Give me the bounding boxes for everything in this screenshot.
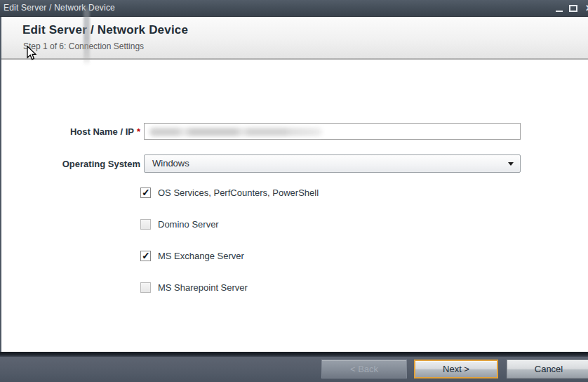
checkbox-ms-sharepoint-server[interactable]: ✓ MS Sharepoint Server (140, 281, 248, 294)
window-titlebar[interactable]: Edit Server / Network Device ✕ (0, 0, 588, 17)
edit-server-dialog: Edit Server / Network Device ✕ Edit Serv… (0, 0, 588, 382)
window-left-border (0, 17, 1, 352)
checkbox-os-services[interactable]: ✓ OS Services, PerfCounters, PowerShell (140, 186, 319, 199)
wizard-header: Edit Server / Network Device Step 1 of 6… (0, 17, 588, 60)
wizard-footer: < Back Next > Cancel (0, 357, 588, 382)
page-title: Edit Server / Network Device (22, 23, 188, 37)
checkbox-label: OS Services, PerfCounters, PowerShell (158, 187, 319, 198)
operating-system-label-row: Operating System (0, 157, 140, 170)
cancel-button[interactable]: Cancel (507, 360, 588, 378)
back-button: < Back (321, 360, 407, 378)
chevron-down-icon (508, 162, 514, 166)
close-icon: ✕ (585, 3, 588, 13)
host-name-redacted-value (149, 128, 322, 136)
checkbox-label: Domino Server (158, 219, 219, 230)
operating-system-selected-value: Windows (152, 155, 189, 172)
footer-divider (0, 352, 588, 357)
minimize-icon (556, 11, 563, 12)
operating-system-label: Operating System (62, 159, 140, 169)
host-name-input[interactable] (144, 123, 521, 140)
wizard-step-subtitle: Step 1 of 6: Connection Settings (23, 41, 144, 51)
check-icon: ✓ (142, 187, 150, 198)
checkbox-domino-server[interactable]: ✓ Domino Server (140, 218, 219, 230)
checkbox-box[interactable]: ✓ (140, 187, 151, 198)
checkbox-box[interactable]: ✓ (140, 219, 151, 230)
minimize-button[interactable] (553, 0, 566, 17)
checkbox-ms-exchange-server[interactable]: ✓ MS Exchange Server (140, 249, 244, 262)
operating-system-dropdown[interactable]: Windows (144, 154, 521, 173)
checkbox-box[interactable]: ✓ (140, 282, 151, 293)
window-title: Edit Server / Network Device (4, 0, 115, 16)
checkbox-label: MS Exchange Server (158, 251, 244, 261)
check-icon: ✓ (142, 250, 150, 261)
checkbox-label: MS Sharepoint Server (158, 282, 248, 293)
next-button[interactable]: Next > (414, 360, 498, 378)
maximize-button[interactable] (567, 0, 580, 17)
required-asterisk: * (137, 126, 140, 137)
host-name-label-row: Host Name / IP * (0, 125, 140, 138)
maximize-icon (569, 5, 577, 12)
close-button[interactable]: ✕ (583, 0, 588, 17)
checkbox-box[interactable]: ✓ (140, 251, 151, 261)
host-name-label: Host Name / IP (70, 126, 134, 137)
